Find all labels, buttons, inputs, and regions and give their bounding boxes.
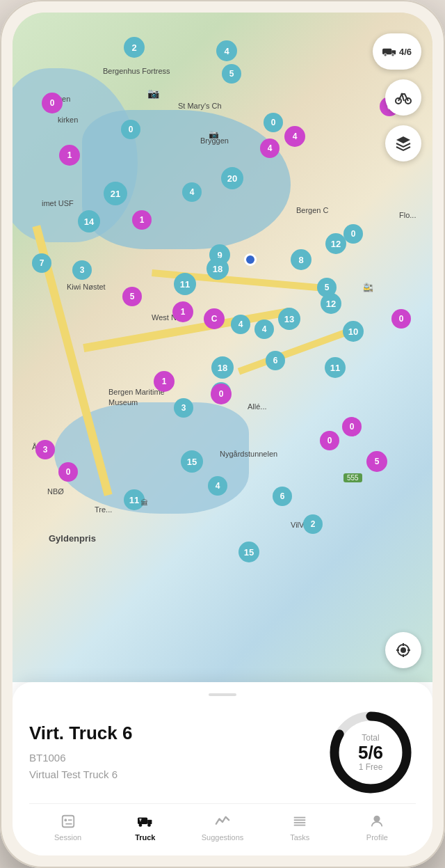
purple-bubble: 0 [211, 384, 232, 404]
teal-bubble: 20 [221, 167, 243, 189]
tab-profile-label: Profile [366, 833, 388, 842]
purple-bubble: 5 [366, 451, 387, 472]
tab-suggestions[interactable]: Suggestions [184, 812, 261, 842]
truck-tab-icon [136, 812, 154, 830]
purple-bubble: 1 [154, 371, 175, 392]
teal-bubble: 5 [222, 64, 241, 84]
teal-bubble: 14 [78, 210, 100, 232]
purple-bubble: 0 [320, 431, 339, 450]
tab-tasks[interactable]: Tasks [261, 812, 339, 842]
svg-point-29 [375, 816, 380, 821]
teal-bubble: 8 [291, 249, 312, 270]
current-location-dot [244, 253, 257, 266]
teal-bubble: 4 [182, 182, 202, 202]
teal-bubble: 2 [124, 37, 145, 58]
teal-bubble: 11 [174, 273, 196, 295]
purple-bubble: 4 [284, 126, 305, 147]
session-icon [59, 812, 77, 830]
purple-bubble: 0 [391, 309, 411, 329]
layers-icon [395, 135, 412, 152]
teal-bubble: 0 [121, 120, 140, 139]
map-label-nygard: Nygårdstunnelen [220, 450, 277, 458]
location-icon [395, 642, 412, 658]
teal-bubble: 4 [216, 40, 237, 61]
tab-suggestions-label: Suggestions [202, 833, 244, 842]
teal-bubble: 15 [238, 542, 259, 562]
map-label-stmarys: St Mary's Ch [178, 102, 222, 110]
museum-icon: 🏛 [140, 498, 148, 507]
svg-point-22 [147, 823, 151, 827]
bike-control[interactable] [385, 79, 421, 116]
map-area[interactable]: Bergenhus Fortress St Mary's Ch Bryggen … [13, 13, 432, 682]
truck-count-control[interactable]: 4/6 [373, 33, 421, 70]
donut-chart: Total 5/6 1 Free [325, 707, 416, 798]
tasks-icon [291, 812, 309, 830]
truck-icon [382, 46, 396, 57]
camera-icon-2: 📷 [209, 129, 219, 139]
teal-bubble: 13 [278, 308, 300, 330]
teal-bubble: 7 [32, 253, 51, 273]
donut-value: 5/6 [358, 743, 383, 763]
purple-bubble: 0 [42, 93, 63, 113]
map-label-nboe: NBØ [47, 487, 64, 496]
vehicle-id: BT1006 [29, 750, 132, 766]
bike-icon [395, 90, 412, 104]
tab-truck[interactable]: Truck [106, 812, 184, 842]
profile-icon [368, 812, 386, 830]
teal-bubble: 4 [254, 319, 274, 339]
layers-control[interactable] [385, 125, 421, 161]
svg-point-6 [401, 93, 403, 95]
location-control[interactable] [385, 632, 421, 668]
teal-bubble: 18 [207, 258, 229, 280]
phone-frame: Bergenhus Fortress St Mary's Ch Bryggen … [0, 0, 445, 868]
tab-session-label: Session [54, 833, 81, 842]
vehicle-info: Virt. Truck 6 BT1006 Virtual Test Truck … [29, 707, 416, 803]
map-label-555: 555 [343, 473, 362, 482]
map-label-maritime: Bergen MaritimeMuseum [108, 387, 165, 409]
svg-rect-19 [138, 818, 147, 824]
map-label-imet: imet USF [42, 199, 74, 207]
tab-truck-label: Truck [135, 833, 155, 842]
vehicle-description: Virtual Test Truck 6 [29, 766, 132, 783]
teal-bubble: 12 [325, 233, 346, 254]
svg-point-7 [400, 647, 406, 653]
teal-bubble: 0 [343, 224, 363, 244]
tab-session[interactable]: Session [29, 812, 106, 842]
teal-bubble: 4 [208, 476, 227, 496]
purple-bubble: 3 [35, 440, 55, 459]
purple-bubble: C [204, 308, 225, 329]
teal-bubble: 4 [231, 315, 250, 334]
svg-point-21 [138, 823, 142, 827]
purple-bubble: 0 [342, 417, 362, 436]
svg-rect-0 [382, 49, 391, 54]
map-label-kiwinøstet: Kiwi Nøstet [67, 283, 106, 291]
svg-point-3 [391, 54, 394, 56]
tab-tasks-label: Tasks [290, 833, 309, 842]
teal-bubble: 5 [317, 278, 337, 297]
tab-profile[interactable]: Profile [339, 812, 416, 842]
phone-screen: Bergenhus Fortress St Mary's Ch Bryggen … [13, 13, 432, 855]
teal-bubble: 18 [211, 356, 234, 379]
teal-bubble: 0 [264, 113, 283, 132]
map-label-allee: Allé... [248, 402, 267, 411]
teal-bubble: 3 [72, 260, 92, 280]
teal-bubble: 6 [273, 487, 292, 506]
truck-count-label: 4/6 [399, 47, 412, 57]
purple-bubble: 4 [260, 139, 280, 158]
teal-bubble: 6 [266, 351, 285, 370]
purple-bubble: 1 [132, 210, 152, 230]
svg-point-2 [384, 54, 387, 56]
donut-total-label: Total [358, 733, 383, 743]
map-label-gyldenpris: Gyldenpris [49, 533, 96, 544]
camera-icon-1: 📷 [147, 88, 159, 99]
teal-bubble: 3 [174, 398, 193, 418]
bottom-panel: Virt. Truck 6 BT1006 Virtual Test Truck … [13, 682, 432, 855]
map-label-kirken: kirken [58, 116, 78, 124]
donut-text: Total 5/6 1 Free [358, 733, 383, 773]
drag-handle[interactable] [209, 693, 236, 696]
teal-bubble: 2 [303, 514, 323, 534]
suggestions-icon [213, 812, 232, 830]
svg-rect-20 [147, 820, 152, 824]
map-label-tre: Tre... [95, 505, 112, 514]
purple-bubble: 1 [59, 145, 80, 166]
